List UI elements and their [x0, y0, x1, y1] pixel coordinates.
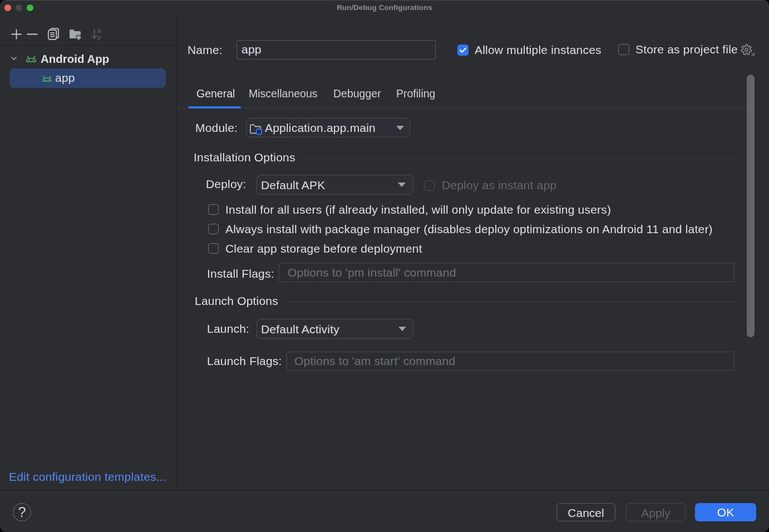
svg-text:z: z — [98, 34, 101, 41]
svg-text:a: a — [98, 28, 102, 34]
